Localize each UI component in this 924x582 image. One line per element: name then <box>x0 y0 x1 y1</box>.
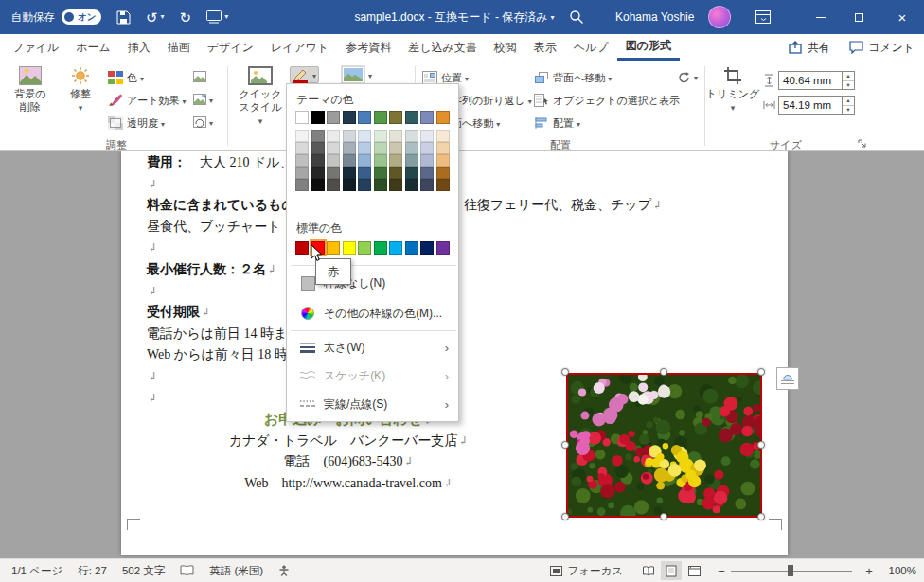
save-icon[interactable] <box>116 10 131 25</box>
theme-color-variant-swatch[interactable] <box>327 154 340 167</box>
theme-color-variant-swatch[interactable] <box>295 130 309 142</box>
minimize-button[interactable] <box>805 0 837 34</box>
theme-color-variant-swatch[interactable] <box>389 179 402 191</box>
theme-color-swatch[interactable] <box>389 111 402 124</box>
theme-color-variant-swatch[interactable] <box>389 154 402 167</box>
ribbon-tab-4[interactable]: デザイン <box>199 34 262 61</box>
ribbon-tab-6[interactable]: 参考資料 <box>337 34 400 61</box>
ribbon-tab-5[interactable]: レイアウト <box>262 34 337 61</box>
theme-color-variant-swatch[interactable] <box>327 142 340 154</box>
theme-color-swatch[interactable] <box>327 111 340 124</box>
theme-color-variant-swatch[interactable] <box>405 130 418 142</box>
layout-options-button[interactable] <box>776 367 799 390</box>
close-button[interactable]: × <box>886 0 918 34</box>
theme-color-swatch[interactable] <box>358 111 371 124</box>
rotate-button[interactable] <box>678 68 698 85</box>
theme-color-variant-swatch[interactable] <box>420 154 434 167</box>
ribbon-tab-11[interactable]: 図の形式 <box>617 34 680 61</box>
document-line[interactable]: 電話 (604)683-5430↲ <box>147 451 550 473</box>
zoom-slider-thumb[interactable] <box>788 565 793 576</box>
theme-color-variant-swatch[interactable] <box>436 130 450 142</box>
picture-border-button[interactable] <box>290 66 319 83</box>
height-input[interactable]: 40.64 mm <box>778 71 843 90</box>
theme-color-variant-swatch[interactable] <box>405 142 418 154</box>
theme-color-variant-swatch[interactable] <box>311 142 325 154</box>
read-mode-button[interactable] <box>638 561 659 580</box>
ribbon-display-options-icon[interactable] <box>755 10 771 24</box>
ribbon-tab-0[interactable]: ファイル <box>4 34 67 61</box>
width-input[interactable]: 54.19 mm <box>778 96 843 115</box>
standard-color-swatch[interactable] <box>389 241 402 255</box>
standard-color-swatch[interactable] <box>327 241 340 255</box>
autosave-toggle[interactable]: オン <box>62 9 101 25</box>
corrections-button[interactable]: 修整 <box>59 66 102 113</box>
theme-color-variant-swatch[interactable] <box>374 167 387 179</box>
document-line[interactable]: Web http://www.canada-travel.com↲ <box>147 473 550 495</box>
theme-color-variant-swatch[interactable] <box>343 154 356 167</box>
theme-color-variant-swatch[interactable] <box>374 142 387 154</box>
document-line[interactable]: カナダ・トラベル バンクーバー支店↲ <box>147 431 550 452</box>
theme-color-variant-swatch[interactable] <box>389 130 402 142</box>
remove-background-button[interactable]: 背景の削除 <box>6 66 55 115</box>
theme-color-variant-swatch[interactable] <box>327 179 340 191</box>
width-spinner[interactable] <box>843 96 855 115</box>
theme-color-variant-swatch[interactable] <box>420 142 434 154</box>
selection-pane-button[interactable]: オブジェクトの選択と表示 <box>534 91 680 110</box>
share-button[interactable]: 共有 <box>789 40 830 56</box>
zoom-slider[interactable] <box>731 564 852 577</box>
undo-button[interactable]: ↺▾ <box>146 10 165 25</box>
artistic-effects-button[interactable]: アート効果 <box>108 91 187 110</box>
send-backward-button[interactable]: 背面へ移動 <box>534 68 612 87</box>
theme-color-variant-swatch[interactable] <box>295 179 309 191</box>
standard-color-swatch[interactable] <box>358 241 371 255</box>
resize-handle-s[interactable] <box>660 513 667 520</box>
ribbon-tab-3[interactable]: 描画 <box>159 34 199 61</box>
theme-color-variant-swatch[interactable] <box>374 154 387 167</box>
size-dialog-launcher[interactable] <box>858 139 867 149</box>
theme-color-variant-swatch[interactable] <box>343 142 356 154</box>
theme-color-variant-swatch[interactable] <box>374 179 387 191</box>
theme-color-variant-swatch[interactable] <box>405 167 418 179</box>
focus-button[interactable]: フォーカス <box>567 564 623 578</box>
theme-color-variant-swatch[interactable] <box>311 179 325 191</box>
theme-color-swatch[interactable] <box>420 111 434 124</box>
crop-button[interactable]: トリミング <box>710 66 755 113</box>
resize-handle-ne[interactable] <box>757 368 765 376</box>
theme-color-variant-swatch[interactable] <box>358 179 371 191</box>
standard-color-swatch[interactable] <box>420 241 434 255</box>
user-name[interactable]: Kohama Yoshie <box>615 10 694 24</box>
maximize-button[interactable] <box>843 0 875 34</box>
height-spinner[interactable] <box>843 71 855 90</box>
standard-color-swatch[interactable] <box>295 241 309 255</box>
standard-color-swatch[interactable] <box>405 241 418 255</box>
theme-color-variant-swatch[interactable] <box>358 154 371 167</box>
theme-color-variant-swatch[interactable] <box>436 167 450 179</box>
char-count[interactable]: 502 文字 <box>122 564 165 578</box>
proofing-icon[interactable] <box>180 565 194 576</box>
standard-color-swatch[interactable] <box>374 241 387 255</box>
resize-handle-w[interactable] <box>561 441 569 449</box>
theme-color-variant-swatch[interactable] <box>374 130 387 142</box>
theme-color-variant-swatch[interactable] <box>358 142 371 154</box>
standard-color-swatch[interactable] <box>343 241 356 255</box>
resize-handle-se[interactable] <box>757 513 765 520</box>
no-outline-item[interactable]: 枠線なし(N) <box>288 270 458 296</box>
zoom-in-button[interactable] <box>862 564 877 578</box>
redo-button[interactable]: ↻ <box>180 10 192 25</box>
theme-color-variant-swatch[interactable] <box>343 179 356 191</box>
chevron-down-icon[interactable]: ▾ <box>161 13 165 21</box>
theme-color-swatch[interactable] <box>405 111 418 124</box>
theme-color-swatch[interactable] <box>311 111 325 124</box>
theme-color-variant-swatch[interactable] <box>420 130 434 142</box>
theme-color-variant-swatch[interactable] <box>436 154 450 167</box>
resize-handle-nw[interactable] <box>561 368 569 376</box>
ribbon-tab-10[interactable]: ヘルプ <box>565 34 617 61</box>
zoom-out-button[interactable] <box>714 564 729 578</box>
print-layout-button[interactable] <box>661 561 682 580</box>
comments-button[interactable]: コメント <box>849 40 915 56</box>
weight-item[interactable]: 太さ(W) › <box>288 334 458 361</box>
picture-style-preview[interactable] <box>341 66 372 83</box>
language-indicator[interactable]: 英語 (米国) <box>209 564 263 578</box>
line-indicator[interactable]: 行: 27 <box>78 564 107 578</box>
resize-handle-sw[interactable] <box>561 513 569 520</box>
